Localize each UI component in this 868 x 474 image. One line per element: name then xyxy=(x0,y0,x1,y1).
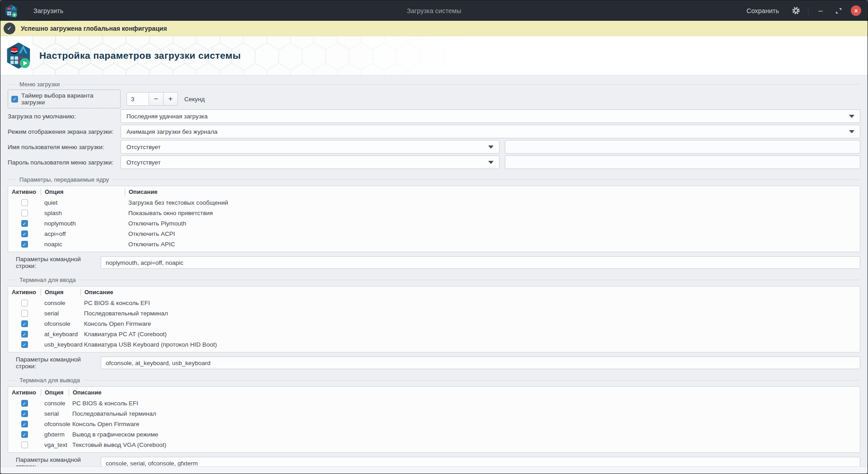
table-row[interactable]: consolePC BIOS & консоль EFI xyxy=(8,298,860,308)
table-row[interactable]: ✓ofconsoleКонсоль Open Firmware xyxy=(8,319,860,329)
cmdline-label: Параметры командной строки: xyxy=(8,356,101,370)
table-row[interactable]: ✓usb_keyboardКлавиатура USB Keyboard (пр… xyxy=(8,339,860,350)
group-legend-label: Параметры, передаваемые ядру xyxy=(16,176,112,183)
table-row[interactable]: ✓serialПоследовательный терминал xyxy=(8,408,860,419)
page-header: Настройка параметров загрузки системы xyxy=(0,36,868,75)
table-row[interactable]: ✓consolePC BIOS & консоль EFI xyxy=(8,398,860,408)
table-row[interactable]: vga_textТекстовый вывод VGA (Coreboot) xyxy=(8,440,860,450)
table-row[interactable]: ✓at_keyboardКлавиатура PC AT (Coreboot) xyxy=(8,329,860,339)
legend-line xyxy=(79,280,860,280)
row-checkbox[interactable]: ✓ xyxy=(21,320,28,327)
row-checkbox[interactable]: ✓ xyxy=(21,410,28,417)
table-row[interactable]: ✓acpi=offОтключить ACPI xyxy=(8,229,860,239)
cmdline-row: Параметры командной строки: xyxy=(8,356,860,370)
select-value: Анимация загрузки без журнала xyxy=(126,128,218,135)
timer-value-field[interactable]: 3 xyxy=(126,92,149,106)
select-value: Отсутствует xyxy=(126,144,161,150)
legend-line xyxy=(84,380,860,380)
save-button[interactable]: Сохранить xyxy=(742,7,784,14)
row-checkbox[interactable] xyxy=(21,441,28,448)
row-checkbox[interactable]: ✓ xyxy=(21,341,28,348)
title-bar: Загрузка системы Загрузить Сохранить xyxy=(0,0,868,21)
restore-button[interactable] xyxy=(833,5,845,17)
form-select[interactable]: Отсутствует xyxy=(121,140,499,154)
row-checkbox[interactable]: ✓ xyxy=(21,431,28,438)
cmdline-input[interactable] xyxy=(101,457,860,466)
table-row[interactable]: ✓gfxtermВывод в графическом режиме xyxy=(8,429,860,440)
table-padding xyxy=(8,450,860,452)
row-checkbox[interactable]: ✓ xyxy=(21,241,28,248)
column-header: Опция xyxy=(41,389,69,396)
description-cell: Последовательный терминал xyxy=(69,410,860,417)
form-select[interactable]: Отсутствует xyxy=(121,155,499,169)
table-row[interactable]: ✓noapicОтключить APIC xyxy=(8,239,860,249)
option-cell: serial xyxy=(41,410,69,417)
table-row[interactable]: ✓ofconsoleКонсоль Open Firmware xyxy=(8,419,860,429)
row-checkbox[interactable] xyxy=(21,210,28,216)
description-cell: Консоль Open Firmware xyxy=(80,320,860,327)
form-row: Режим отображения экрана загрузки:Анимац… xyxy=(8,125,860,138)
row-checkbox[interactable] xyxy=(21,300,28,306)
chevron-down-icon xyxy=(488,161,494,164)
minimize-icon: – xyxy=(818,9,822,13)
option-cell: usb_keyboard xyxy=(41,341,80,348)
app-logo-icon xyxy=(5,42,32,70)
table-row[interactable]: splashПоказывать окно приветствия xyxy=(8,208,860,218)
spin-increment-button[interactable]: + xyxy=(163,92,178,106)
cmdline-input[interactable] xyxy=(101,357,860,369)
column-header: Опция xyxy=(41,289,80,296)
table-row[interactable]: ✓noplymouthОтключить Plymouth xyxy=(8,218,860,229)
form-select[interactable]: Последняя удачная загрузка xyxy=(121,109,860,123)
description-cell: Клавиатура USB Keyboard (протокол HID Bo… xyxy=(80,341,860,348)
row-checkbox[interactable]: ✓ xyxy=(21,421,28,427)
boot-timer-label: Таймер выбора варианта загрузки xyxy=(21,92,117,106)
boot-menu-rows: Загрузка по умолчанию:Последняя удачная … xyxy=(8,108,860,171)
form-text-input[interactable] xyxy=(505,155,860,169)
notification-bar: ✓ Успешно загружена глобальная конфигура… xyxy=(0,21,868,36)
field-label: Пароль пользователя меню загрузки: xyxy=(8,159,121,166)
table-row[interactable]: quietЗагрузка без текстовых сообщений xyxy=(8,197,860,208)
legend-line xyxy=(112,179,860,180)
menu-load[interactable]: Загрузить xyxy=(23,0,73,21)
description-cell: Загрузка без текстовых сообщений xyxy=(125,199,860,206)
spin-decrement-button[interactable]: − xyxy=(149,92,163,106)
option-cell: console xyxy=(41,400,69,407)
window-title: Загрузка системы xyxy=(0,7,868,14)
chevron-down-icon xyxy=(488,145,494,149)
row-checkbox[interactable]: ✓ xyxy=(21,400,28,407)
column-header: Активно xyxy=(8,188,41,195)
form-row: Имя пользователя меню загрузки:Отсутству… xyxy=(8,140,860,154)
option-cell: vga_text xyxy=(41,441,69,448)
checkbox-cell xyxy=(8,300,41,306)
boot-timer-checkbox-group[interactable]: ✓ Таймер выбора варианта загрузки xyxy=(8,89,121,108)
checkbox-cell: ✓ xyxy=(8,220,41,227)
description-cell: Отключить ACPI xyxy=(125,230,860,237)
form-row: Пароль пользователя меню загрузки:Отсутс… xyxy=(8,155,860,169)
form-select[interactable]: Анимация загрузки без журнала xyxy=(121,125,860,138)
close-button[interactable]: × xyxy=(851,5,861,16)
option-cell: ofconsole xyxy=(41,421,69,427)
row-checkbox[interactable] xyxy=(21,310,28,317)
timer-unit-label: Секунд xyxy=(184,96,205,103)
checkbox-cell: ✓ xyxy=(8,400,41,407)
option-cell: console xyxy=(41,300,80,306)
row-checkbox[interactable] xyxy=(21,199,28,206)
checkbox-cell xyxy=(8,441,41,448)
row-checkbox[interactable]: ✓ xyxy=(21,220,28,227)
description-cell: Показывать окно приветствия xyxy=(125,210,860,216)
form-text-input[interactable] xyxy=(505,140,860,154)
settings-button[interactable] xyxy=(790,5,802,17)
legend-line xyxy=(8,179,16,180)
boot-timer-checkbox[interactable]: ✓ xyxy=(11,96,18,103)
legend-line xyxy=(8,380,16,380)
notification-text: Успешно загружена глобальная конфигураци… xyxy=(21,25,167,32)
checkbox-cell: ✓ xyxy=(8,410,41,417)
row-checkbox[interactable]: ✓ xyxy=(21,230,28,237)
minimize-button[interactable]: – xyxy=(815,5,826,17)
table-row[interactable]: serialПоследовательный терминал xyxy=(8,308,860,319)
cmdline-input[interactable] xyxy=(101,256,860,269)
row-checkbox[interactable]: ✓ xyxy=(21,331,28,338)
checkbox-cell: ✓ xyxy=(8,431,41,438)
timer-spinbox: 3 − + xyxy=(126,92,178,106)
description-cell: PC BIOS & консоль EFI xyxy=(69,400,860,407)
